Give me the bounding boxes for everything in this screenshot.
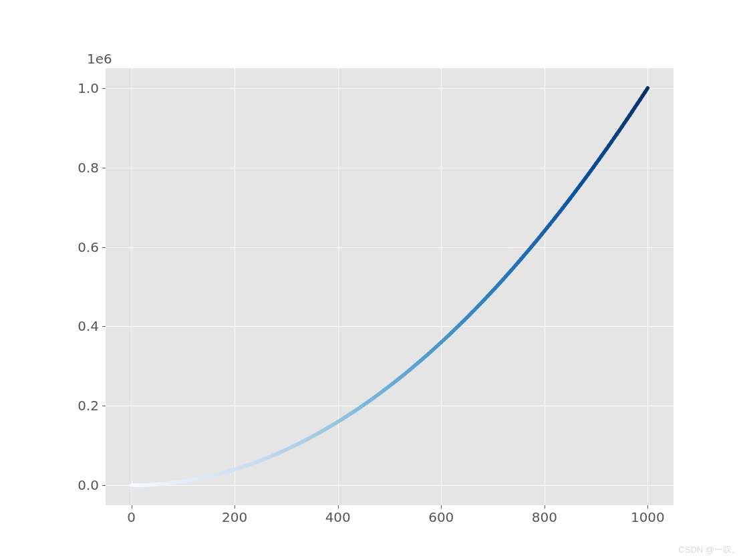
x-tick-label: 200	[222, 509, 247, 525]
figure: 1e6 020040060080010000.00.20.40.60.81.0 …	[0, 0, 747, 560]
x-tick	[338, 505, 339, 509]
x-tick	[441, 505, 442, 509]
y-tick-label: 0.6	[78, 239, 99, 255]
y-tick	[102, 88, 106, 89]
line-curve	[106, 68, 674, 505]
y-tick	[102, 485, 106, 486]
svg-line-199	[645, 88, 648, 92]
y-tick	[102, 326, 106, 327]
y-tick-label: 0.2	[78, 398, 99, 414]
y-tick	[102, 168, 106, 168]
y-axis-offset: 1e6	[87, 51, 112, 67]
x-tick-label: 600	[428, 509, 454, 525]
y-tick-label: 0.0	[78, 477, 99, 493]
x-tick-label: 1000	[631, 509, 665, 525]
y-tick-label: 1.0	[78, 80, 99, 96]
x-tick	[235, 505, 235, 509]
x-tick	[647, 505, 648, 509]
y-tick-label: 0.8	[78, 160, 99, 176]
x-tick-label: 0	[127, 509, 136, 525]
watermark: CSDN @一叹。	[678, 544, 740, 556]
y-tick	[102, 247, 106, 248]
x-tick	[545, 505, 545, 509]
plot-area	[106, 68, 674, 505]
x-tick-label: 800	[532, 509, 557, 525]
x-tick	[132, 505, 132, 509]
x-tick-label: 400	[325, 509, 351, 525]
y-tick-label: 0.4	[78, 318, 99, 334]
y-tick	[102, 406, 106, 406]
